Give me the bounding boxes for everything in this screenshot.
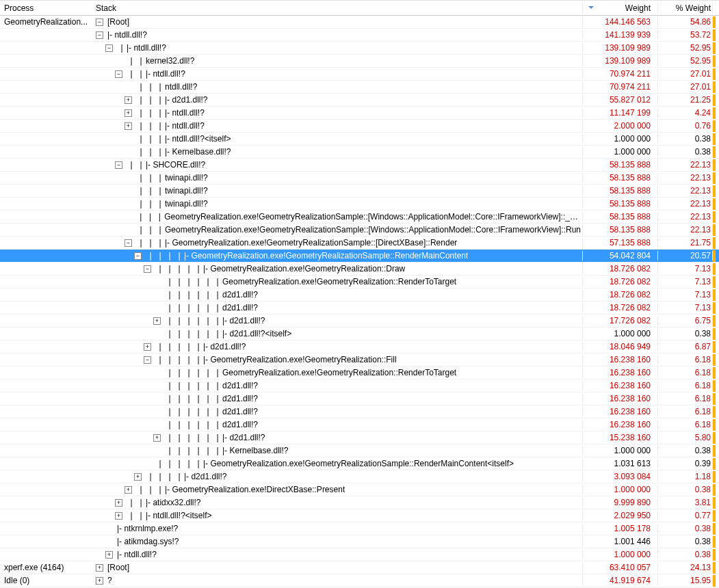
expand-icon[interactable]: + [153, 317, 161, 325]
table-row[interactable]: ||kernel32.dll!?139.109 98952.95 [0, 55, 719, 68]
table-row[interactable]: |||||||- d2d1.dll!?<itself>1.000 0000.38 [0, 328, 719, 340]
expand-icon[interactable]: + [125, 486, 132, 494]
tree-guide-icon: | [203, 420, 213, 429]
tree-guide-icon: | [117, 43, 127, 53]
table-row[interactable]: +||||||- d2d1.dll!?18.046 9496.87 [0, 340, 719, 353]
collapse-icon[interactable]: − [125, 239, 132, 247]
table-row[interactable]: ||||- ntdll.dll!?<itself>1.000 0000.38 [0, 133, 719, 146]
expand-icon[interactable]: + [134, 473, 142, 481]
collapse-icon[interactable]: − [144, 265, 151, 273]
tree-guide-icon: | [155, 147, 165, 157]
table-row[interactable]: +||||- d2d1.dll!?55.827 01221.25 [0, 94, 719, 107]
table-row[interactable]: −|||||- GeometryRealization.exe!Geometry… [0, 250, 719, 263]
stack-label: GeometryRealization.exe!GeometryRealizat… [165, 225, 581, 235]
tree-guide-icon: | [184, 420, 194, 429]
stack-cell: |- ntkrnlmp.exe!? [96, 524, 583, 533]
weight-bar-icon [713, 250, 716, 262]
collapse-icon[interactable]: − [115, 70, 122, 78]
table-row[interactable]: −|- ntdll.dll!?141.139 93953.72 [0, 29, 719, 42]
expand-icon[interactable]: + [105, 551, 113, 559]
collapse-icon[interactable]: − [96, 31, 103, 39]
expand-icon[interactable]: + [115, 499, 122, 507]
table-row[interactable]: |||twinapi.dll!?58.135 88822.13 [0, 185, 719, 198]
table-row[interactable]: +|- ntdll.dll!?1.000 0000.38 [0, 548, 719, 561]
table-row[interactable]: +||||- ntdll.dll!?11.147 1994.24 [0, 107, 719, 120]
stack-cell: |||twinapi.dll!? [96, 173, 583, 183]
expand-icon[interactable]: + [153, 434, 161, 442]
table-row[interactable]: ||||||d2d1.dll!?16.238 1606.18 [0, 379, 719, 392]
expand-icon[interactable]: + [115, 512, 122, 520]
weight-cell: 18.726 082 [583, 264, 658, 273]
expand-icon[interactable]: + [125, 122, 132, 130]
tree-guide-icon: | [184, 329, 194, 338]
table-row[interactable]: +|||- atidxx32.dll!?9.999 8903.81 [0, 496, 719, 509]
expand-icon[interactable]: + [144, 343, 151, 351]
table-row[interactable]: −|||- ntdll.dll!?70.974 21127.01 [0, 68, 719, 81]
stack-cell: −||||- GeometryRealization.exe!GeometryR… [96, 238, 583, 248]
table-row[interactable]: +|||||||- d2d1.dll!?15.238 1605.80 [0, 431, 719, 444]
expand-icon[interactable]: + [96, 564, 103, 572]
table-row[interactable]: +||||- GeometryRealization.exe!DirectXBa… [0, 483, 719, 496]
tree-guide-icon: | [203, 407, 213, 416]
weight-cell: 58.135 888 [583, 186, 658, 196]
table-row[interactable]: |||GeometryRealization.exe!GeometryReali… [0, 211, 719, 224]
expand-icon[interactable]: + [125, 96, 132, 104]
collapse-icon[interactable]: − [115, 161, 122, 169]
stack-cell: +||||||- d2d1.dll!? [96, 342, 583, 351]
table-row[interactable]: GeometryRealization...−[Root]144.146 563… [0, 16, 719, 29]
table-row[interactable]: Idle (0)+?41.919 67415.95 [0, 574, 719, 587]
column-header-pct-weight[interactable]: % Weight [658, 3, 713, 13]
stack-label: GeometryRealization.exe!GeometryRealizat… [164, 212, 582, 222]
table-row[interactable]: −||||||- GeometryRealization.exe!Geometr… [0, 353, 719, 366]
expand-icon[interactable]: + [96, 577, 103, 585]
weight-cell: 144.146 563 [583, 17, 658, 27]
table-row[interactable]: xperf.exe (4164)+[Root]63.410 05724.13 [0, 561, 719, 574]
weight-bar-icon [713, 484, 716, 496]
table-row[interactable]: |- atikmdag.sys!?1.001 4460.38 [0, 535, 719, 548]
table-row[interactable]: ||||- Kernelbase.dll!?1.000 0000.38 [0, 146, 719, 159]
table-row[interactable]: −||- ntdll.dll!?139.109 98952.95 [0, 42, 719, 55]
table-row[interactable]: ||||||- GeometryRealization.exe!Geometry… [0, 457, 719, 470]
tree-guide-icon: | [174, 329, 184, 338]
collapse-icon[interactable]: − [144, 356, 151, 364]
table-row[interactable]: |||||||- Kernelbase.dll!?1.000 0000.38 [0, 444, 719, 457]
collapse-icon[interactable]: − [134, 252, 142, 260]
table-row[interactable]: +|||||- d2d1.dll!?3.093 0841.18 [0, 470, 719, 483]
stack-cell: |||twinapi.dll!? [96, 199, 583, 209]
table-row[interactable]: −||||||- GeometryRealization.exe!Geometr… [0, 263, 719, 276]
table-row[interactable]: |||twinapi.dll!?58.135 88822.13 [0, 198, 719, 211]
table-row[interactable]: +|||||||- d2d1.dll!?17.726 0826.75 [0, 315, 719, 328]
column-header-process[interactable]: Process [0, 3, 96, 13]
pct-weight-cell: 22.13 [658, 212, 713, 222]
table-row[interactable]: ||||||d2d1.dll!?18.726 0827.13 [0, 289, 719, 302]
weight-cell: 15.238 160 [583, 433, 658, 442]
table-row[interactable]: ||||||d2d1.dll!?16.238 1606.18 [0, 405, 719, 418]
table-row[interactable]: |||GeometryRealization.exe!GeometryReali… [0, 224, 719, 237]
expand-icon[interactable]: + [125, 109, 132, 117]
table-row[interactable]: |||ntdll.dll!?70.974 21127.01 [0, 81, 719, 94]
collapse-icon[interactable]: − [105, 44, 113, 52]
weight-bar-icon [713, 81, 716, 93]
table-row[interactable]: +||||- ntdll.dll!?2.000 0000.76 [0, 120, 719, 133]
table-row[interactable]: ||||||d2d1.dll!?16.238 1606.18 [0, 418, 719, 431]
table-row[interactable]: ||||||GeometryRealization.exe!GeometryRe… [0, 366, 719, 379]
tree-guide-icon: | [165, 368, 174, 377]
table-row[interactable]: ||||||d2d1.dll!?18.726 0827.13 [0, 302, 719, 315]
column-header-weight[interactable]: Weight [583, 3, 658, 13]
table-row[interactable]: |||twinapi.dll!?58.135 88822.13 [0, 172, 719, 185]
weight-bar-icon [713, 341, 716, 353]
table-row[interactable]: |- ntkrnlmp.exe!?1.005 1780.38 [0, 522, 719, 535]
weight-bar-cell [713, 81, 719, 93]
column-header-pct-label: % Weight [676, 3, 711, 13]
table-row[interactable]: −||||- GeometryRealization.exe!GeometryR… [0, 237, 719, 250]
tree-guide-icon: | [146, 485, 155, 494]
table-row[interactable]: +|||- ntdll.dll!?<itself>2.029 9500.77 [0, 509, 719, 522]
stack-label: |- ntdll.dll!? [146, 69, 185, 79]
column-header-stack[interactable]: Stack [96, 3, 583, 13]
table-row[interactable]: −|||- SHCORE.dll!?58.135 88822.13 [0, 159, 719, 172]
weight-bar-icon [713, 42, 716, 54]
table-row[interactable]: ||||||GeometryRealization.exe!GeometryRe… [0, 276, 719, 289]
weight-bar-cell [713, 536, 719, 548]
table-row[interactable]: ||||||d2d1.dll!?16.238 1606.18 [0, 392, 719, 405]
collapse-icon[interactable]: − [96, 18, 103, 26]
